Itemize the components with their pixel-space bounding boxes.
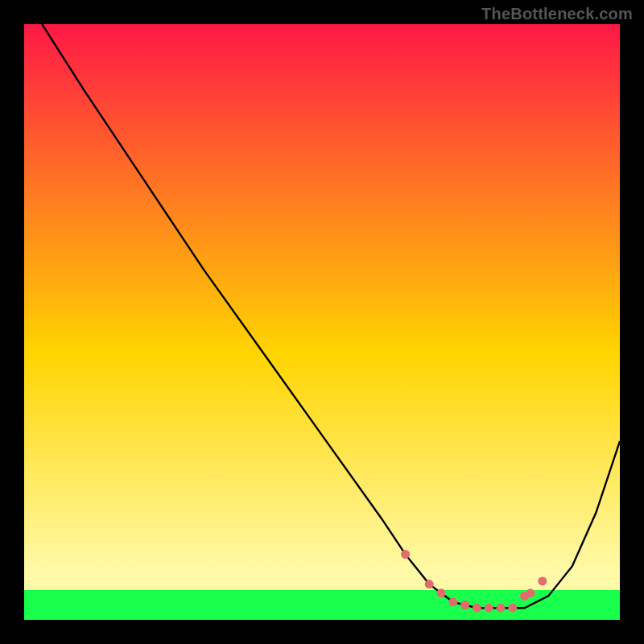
gradient-background <box>24 24 620 620</box>
marker-dot <box>401 550 410 559</box>
marker-dot <box>485 604 493 613</box>
marker-dot <box>448 597 457 606</box>
marker-dot <box>526 588 535 597</box>
watermark-text: TheBottleneck.com <box>481 5 633 23</box>
chart-svg <box>24 24 620 620</box>
marker-dot <box>473 604 481 613</box>
marker-dot <box>460 601 469 609</box>
marker-dot <box>538 576 547 585</box>
marker-dot <box>508 604 517 613</box>
marker-dot <box>425 580 434 588</box>
chart-container: TheBottleneck.com <box>0 0 644 644</box>
plot-area <box>24 24 620 620</box>
marker-dot <box>497 604 506 613</box>
marker-dot <box>437 588 446 597</box>
